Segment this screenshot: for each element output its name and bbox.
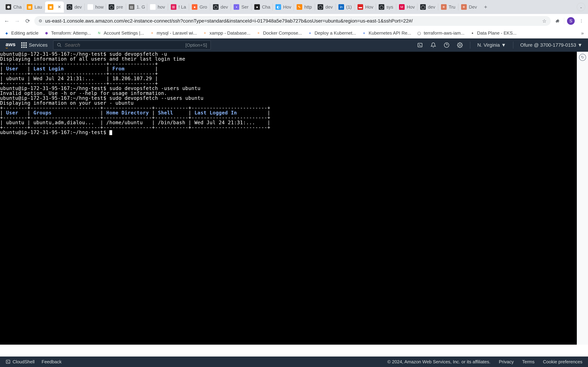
- tab-favicon: ◯: [109, 4, 114, 10]
- browser-tab[interactable]: ◯sys: [376, 1, 396, 13]
- browser-tab[interactable]: ✳Tru: [438, 1, 458, 13]
- aws-logo[interactable]: aws ⌣: [6, 42, 16, 49]
- feedback-link[interactable]: Feedback: [42, 359, 62, 365]
- bookmarks-overflow-icon[interactable]: »: [581, 30, 584, 36]
- browser-tab[interactable]: ◯dev: [417, 1, 438, 13]
- terminal-separator-line: +--------+-------------------------+----…: [0, 71, 577, 76]
- services-menu[interactable]: Services: [21, 42, 48, 48]
- tab-favicon: ✳: [461, 4, 467, 10]
- privacy-link[interactable]: Privacy: [499, 359, 514, 365]
- url-input[interactable]: ⚙ us-east-1.console.aws.amazon.com/ec2-i…: [34, 16, 551, 26]
- terminal-line: | User | Groups | Home Directory | Shell…: [0, 110, 577, 115]
- tab-title: Hov: [365, 4, 373, 10]
- bookmark-item[interactable]: ⎈Deploy a Kubernet...: [308, 30, 356, 36]
- browser-tab[interactable]: ◯dev: [210, 1, 231, 13]
- bookmark-item[interactable]: ◆Editing article: [4, 30, 38, 36]
- terminal-output[interactable]: ubuntu@ip-172-31-95-167:~/hng-test$ sudo…: [0, 52, 577, 345]
- bookmark-item[interactable]: ◯terraform-aws-iam...: [417, 30, 465, 36]
- account-label: Ofure @ 3700-1779-0153: [520, 42, 576, 48]
- aws-search-box[interactable]: [Option+S]: [53, 41, 211, 50]
- back-button[interactable]: ←: [3, 17, 10, 25]
- browser-tab[interactable]: MHov: [396, 1, 417, 13]
- cookie-preferences-link[interactable]: Cookie preferences: [543, 359, 582, 365]
- tab-favicon: ◯: [420, 4, 426, 10]
- account-selector[interactable]: Ofure @ 3700-1779-0153 ▼: [520, 42, 582, 48]
- browser-tab[interactable]: ⬢Cha: [3, 1, 24, 13]
- bookmark-item[interactable]: ≡xampp - Database...: [202, 30, 251, 36]
- browser-tab[interactable]: ▪Ser: [231, 1, 251, 13]
- tab-title: dev: [74, 4, 82, 10]
- chevron-down-icon: ▼: [501, 42, 506, 48]
- browser-tab[interactable]: ◯dev: [64, 1, 85, 13]
- browser-tab[interactable]: in(1): [336, 1, 355, 13]
- tab-favicon: ●: [192, 4, 197, 10]
- browser-tab[interactable]: Ghow: [85, 1, 106, 13]
- cloudshell-button[interactable]: CloudShell: [6, 359, 35, 365]
- aws-top-nav: aws ⌣ Services [Option+S] N. Virginia ▼: [0, 38, 588, 52]
- tab-title: Dev: [469, 4, 477, 10]
- bookmark-label: Kubernetes API Re...: [369, 30, 411, 36]
- terminal-prompt-line: ubuntu@ip-172-31-95-167:~/hng-test$ sudo…: [0, 96, 577, 101]
- tab-favicon: ▬: [357, 4, 363, 10]
- notifications-icon[interactable]: [430, 42, 436, 48]
- bookmark-item[interactable]: ⬢Terraform: Attemp...: [44, 30, 91, 36]
- bookmark-favicon: N: [97, 31, 102, 36]
- history-icon[interactable]: ↻: [579, 54, 586, 61]
- services-label: Services: [29, 42, 48, 48]
- terminal-output-line: | ubuntu | ubuntu,adm,dialou... | /home/…: [0, 120, 577, 125]
- bookmark-label: mysql - Laravel wi...: [157, 30, 197, 36]
- tab-favicon: ◯: [318, 4, 323, 10]
- browser-tab[interactable]: ◯pre: [106, 1, 126, 13]
- browser-tab[interactable]: ▦Lau: [24, 1, 45, 13]
- browser-tab[interactable]: ▬Hov: [355, 1, 376, 13]
- bookmark-label: Account Settings |...: [104, 30, 144, 36]
- new-tab-button[interactable]: +: [481, 3, 490, 11]
- terms-link[interactable]: Terms: [522, 359, 535, 365]
- close-icon[interactable]: ✕: [58, 5, 61, 9]
- bookmark-favicon: ⎈: [362, 31, 367, 36]
- browser-tab[interactable]: ⊞! La: [168, 1, 189, 13]
- browser-tab[interactable]: ▣✕: [45, 1, 64, 13]
- tab-title: Ser: [241, 4, 248, 10]
- terminal-output-line: Invalid option. Use -h or --help for usa…: [0, 91, 577, 96]
- bookmark-favicon: ◆: [4, 31, 9, 36]
- bookmark-item[interactable]: ≡Docker Compose...: [256, 30, 302, 36]
- forward-button[interactable]: →: [13, 17, 21, 25]
- terminal-separator-line: +--------+-------------------------+----…: [0, 61, 577, 67]
- bookmark-item[interactable]: ●Data Plane - EKS...: [470, 30, 516, 36]
- bookmark-item[interactable]: NAccount Settings |...: [97, 30, 144, 36]
- browser-tab[interactable]: ◯dev: [315, 1, 336, 13]
- chrome-menu-icon[interactable]: ⋮: [578, 17, 585, 25]
- cloudshell-icon[interactable]: [417, 42, 423, 48]
- chevron-down-icon: ▼: [578, 42, 582, 48]
- tab-title: Hov: [283, 4, 291, 10]
- tab-favicon: M: [399, 4, 405, 10]
- bookmark-item[interactable]: ≡mysql - Laravel wi...: [150, 30, 197, 36]
- browser-tab[interactable]: ●Gro: [189, 1, 210, 13]
- site-info-icon[interactable]: ⚙: [38, 18, 42, 23]
- profile-avatar[interactable]: S: [567, 17, 575, 25]
- tab-favicon: ◯: [67, 4, 72, 10]
- extensions-icon[interactable]: [553, 17, 561, 25]
- browser-tab[interactable]: ✎http: [294, 1, 315, 13]
- browser-tab[interactable]: Ghov: [147, 1, 168, 13]
- aws-footer: CloudShell Feedback © 2024, Amazon Web S…: [0, 357, 588, 367]
- tab-list-dropdown[interactable]: ⌄: [577, 3, 585, 11]
- settings-icon[interactable]: [457, 42, 463, 48]
- browser-tab[interactable]: ●Cha: [251, 1, 272, 13]
- browser-tab[interactable]: ◐Hov: [273, 1, 294, 13]
- help-icon[interactable]: [443, 42, 450, 48]
- tab-title: dev: [325, 4, 333, 10]
- tab-title: sys: [386, 4, 393, 10]
- bookmark-item[interactable]: ⎈Kubernetes API Re...: [362, 30, 411, 36]
- bookmark-star-icon[interactable]: ☆: [542, 18, 546, 24]
- browser-tab[interactable]: ✳Dev: [458, 1, 479, 13]
- bookmark-label: Data Plane - EKS...: [477, 30, 516, 36]
- copyright-text: © 2024, Amazon Web Services, Inc. or its…: [387, 359, 490, 365]
- bookmark-label: terraform-aws-iam...: [424, 30, 465, 36]
- tab-title: hov: [158, 4, 165, 10]
- reload-button[interactable]: ⟳: [24, 17, 32, 25]
- browser-tab[interactable]: ▤1. G: [126, 1, 147, 13]
- region-selector[interactable]: N. Virginia ▼: [477, 42, 506, 48]
- aws-search-input[interactable]: [65, 42, 182, 48]
